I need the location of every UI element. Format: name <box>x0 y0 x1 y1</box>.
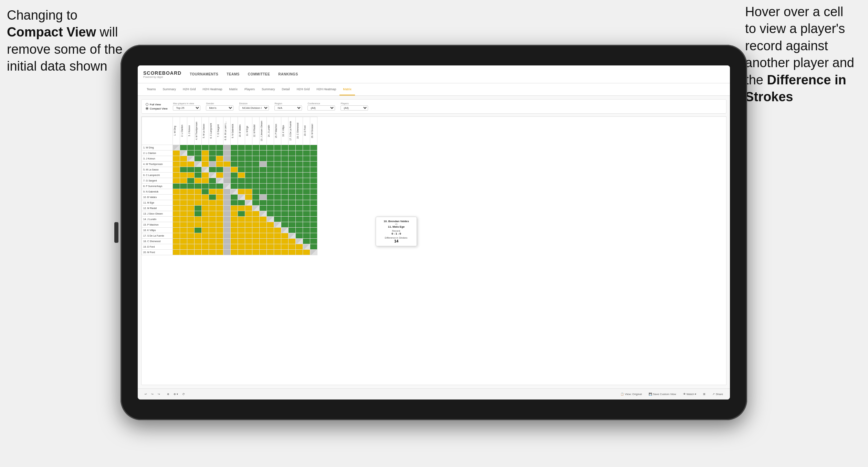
cell-18-18[interactable] <box>296 239 303 244</box>
cell-18-13[interactable] <box>260 239 267 244</box>
cell-14-15[interactable] <box>274 217 281 222</box>
cell-20-14[interactable] <box>267 250 274 255</box>
cell-8-10[interactable] <box>238 184 245 189</box>
cell-12-1[interactable] <box>173 206 180 211</box>
cell-8-13[interactable] <box>260 184 267 189</box>
redo-btn[interactable]: ↪ <box>150 392 155 396</box>
cell-10-3[interactable] <box>187 195 195 200</box>
cell-18-20[interactable] <box>310 239 317 244</box>
cell-17-17[interactable] <box>289 233 296 239</box>
cell-9-8[interactable] <box>223 189 231 195</box>
cell-4-15[interactable] <box>274 162 281 167</box>
cell-5-7[interactable] <box>216 167 223 173</box>
cell-18-2[interactable] <box>180 239 187 244</box>
cell-15-17[interactable] <box>289 222 296 228</box>
cell-8-4[interactable] <box>195 184 202 189</box>
cell-2-3[interactable] <box>187 151 195 156</box>
cell-18-5[interactable] <box>202 239 209 244</box>
cell-3-4[interactable] <box>195 156 202 162</box>
cell-7-3[interactable] <box>187 178 195 184</box>
cell-14-10[interactable] <box>238 217 245 222</box>
cell-16-6[interactable] <box>209 228 216 233</box>
cell-16-14[interactable] <box>267 228 274 233</box>
timer-btn[interactable]: ⏱ <box>181 392 186 396</box>
cell-1-3[interactable] <box>187 145 195 151</box>
cell-19-6[interactable] <box>209 244 216 250</box>
cell-20-15[interactable] <box>274 250 281 255</box>
cell-7-1[interactable] <box>173 178 180 184</box>
cell-3-17[interactable] <box>289 156 296 162</box>
cell-1-10[interactable] <box>238 145 245 151</box>
cell-1-13[interactable] <box>260 145 267 151</box>
cell-19-14[interactable] <box>267 244 274 250</box>
cell-17-12[interactable] <box>252 233 260 239</box>
cell-6-4[interactable] <box>195 173 202 178</box>
cell-20-16[interactable] <box>281 250 289 255</box>
cell-11-4[interactable] <box>195 200 202 206</box>
cell-15-6[interactable] <box>209 222 216 228</box>
cell-18-17[interactable] <box>289 239 296 244</box>
cell-10-10[interactable] <box>238 195 245 200</box>
cell-17-16[interactable] <box>281 233 289 239</box>
cell-13-17[interactable] <box>289 211 296 217</box>
nav-rankings[interactable]: RANKINGS <box>278 72 298 76</box>
cell-5-11[interactable] <box>245 167 252 173</box>
cell-5-19[interactable] <box>303 167 310 173</box>
cell-13-15[interactable] <box>274 211 281 217</box>
cell-15-5[interactable] <box>202 222 209 228</box>
cell-15-8[interactable] <box>223 222 231 228</box>
cell-14-4[interactable] <box>195 217 202 222</box>
cell-6-15[interactable] <box>274 173 281 178</box>
cell-19-2[interactable] <box>180 244 187 250</box>
cell-17-7[interactable] <box>216 233 223 239</box>
cell-12-4[interactable] <box>195 206 202 211</box>
cell-13-14[interactable] <box>267 211 274 217</box>
cell-13-16[interactable] <box>281 211 289 217</box>
cell-18-3[interactable] <box>187 239 195 244</box>
cell-1-16[interactable] <box>281 145 289 151</box>
cell-5-5[interactable] <box>202 167 209 173</box>
cell-1-20[interactable] <box>310 145 317 151</box>
cell-1-15[interactable] <box>274 145 281 151</box>
cell-20-12[interactable] <box>252 250 260 255</box>
cell-7-15[interactable] <box>274 178 281 184</box>
cell-12-3[interactable] <box>187 206 195 211</box>
cell-1-1[interactable] <box>173 145 180 151</box>
cell-10-14[interactable] <box>267 195 274 200</box>
cell-4-7[interactable] <box>216 162 223 167</box>
cell-15-10[interactable] <box>238 222 245 228</box>
view-original-btn[interactable]: 📋 View: Original <box>619 392 643 396</box>
cell-12-16[interactable] <box>281 206 289 211</box>
select-players[interactable]: (All) <box>341 105 368 111</box>
cell-9-4[interactable] <box>195 189 202 195</box>
cell-1-4[interactable] <box>195 145 202 151</box>
cell-7-9[interactable] <box>231 178 238 184</box>
cell-15-16[interactable] <box>281 222 289 228</box>
cell-4-17[interactable] <box>289 162 296 167</box>
cell-1-8[interactable] <box>223 145 231 151</box>
cell-4-14[interactable] <box>267 162 274 167</box>
cell-13-10[interactable] <box>238 211 245 217</box>
cell-6-9[interactable] <box>231 173 238 178</box>
cell-8-1[interactable] <box>173 184 180 189</box>
cell-7-6[interactable] <box>209 178 216 184</box>
cell-7-2[interactable] <box>180 178 187 184</box>
cell-17-2[interactable] <box>180 233 187 239</box>
cell-2-12[interactable] <box>252 151 260 156</box>
cell-2-15[interactable] <box>274 151 281 156</box>
matrix-area[interactable]: 1. W Ding2. L Clanton3. J Koivun4. M Tho… <box>141 116 726 385</box>
cell-17-5[interactable] <box>202 233 209 239</box>
cell-2-4[interactable] <box>195 151 202 156</box>
cell-9-5[interactable] <box>202 189 209 195</box>
cell-11-10[interactable] <box>238 200 245 206</box>
cell-6-6[interactable] <box>209 173 216 178</box>
cell-19-17[interactable] <box>289 244 296 250</box>
cell-7-4[interactable] <box>195 178 202 184</box>
cell-13-2[interactable] <box>180 211 187 217</box>
cell-13-3[interactable] <box>187 211 195 217</box>
cell-8-6[interactable] <box>209 184 216 189</box>
cell-9-2[interactable] <box>180 189 187 195</box>
cell-17-4[interactable] <box>195 233 202 239</box>
cell-19-19[interactable] <box>303 244 310 250</box>
cell-4-4[interactable] <box>195 162 202 167</box>
